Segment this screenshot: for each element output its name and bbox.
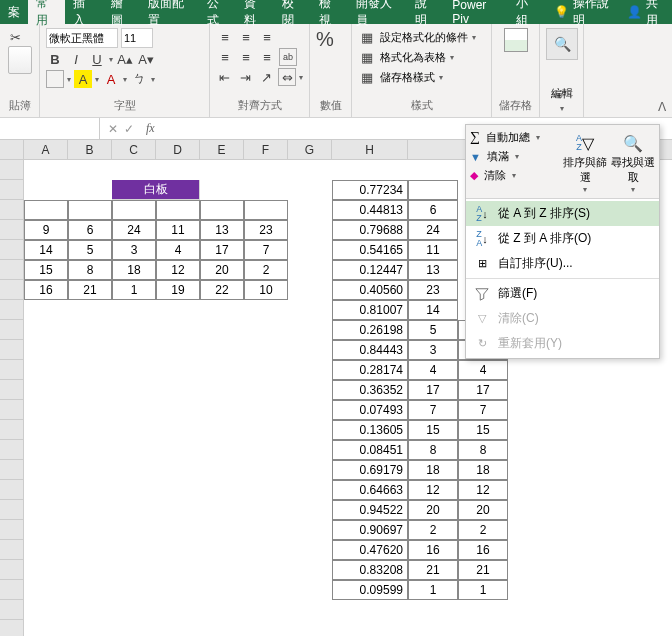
cell[interactable]: 0.64663 — [332, 480, 408, 500]
cancel-icon[interactable]: ✕ — [108, 122, 118, 136]
wrap-text-button[interactable]: ab — [279, 48, 297, 66]
cell[interactable]: 14 — [24, 240, 68, 260]
autosum-button[interactable]: ∑自動加總 ▾ — [470, 129, 559, 145]
cell[interactable]: 11 — [408, 240, 458, 260]
cell[interactable]: 0.47620 — [332, 540, 408, 560]
cell[interactable]: 5 — [68, 240, 112, 260]
cell[interactable] — [156, 200, 200, 220]
cell[interactable]: 5 — [408, 320, 458, 340]
cell[interactable]: 4 — [458, 360, 508, 380]
tab-view[interactable]: 檢視 — [311, 0, 348, 24]
clear-button[interactable]: ◆清除 ▾ — [470, 168, 559, 183]
cell[interactable]: 7 — [408, 400, 458, 420]
cell[interactable]: 20 — [408, 500, 458, 520]
tab-review[interactable]: 校閱 — [274, 0, 311, 24]
tab-home[interactable]: 常用 — [28, 0, 65, 24]
cell[interactable]: 17 — [458, 380, 508, 400]
col-header-D[interactable]: D — [156, 140, 200, 159]
cell[interactable]: 4 — [156, 240, 200, 260]
fill-color-button[interactable]: A — [74, 70, 92, 88]
tab-help[interactable]: 說明 — [407, 0, 444, 24]
cut-icon[interactable]: ✂ — [6, 28, 24, 46]
cell[interactable]: 0.26198 — [332, 320, 408, 340]
cell[interactable]: 18 — [112, 260, 156, 280]
cell[interactable] — [68, 200, 112, 220]
cell[interactable]: 0.77234 — [332, 180, 408, 200]
cell[interactable]: 0.69179 — [332, 460, 408, 480]
cell[interactable]: 0.07493 — [332, 400, 408, 420]
cell[interactable]: 23 — [408, 280, 458, 300]
cell[interactable]: 0.79688 — [332, 220, 408, 240]
menu-sort-az[interactable]: AZ↓從 A 到 Z 排序(S) — [466, 201, 659, 226]
cell[interactable]: 20 — [200, 260, 244, 280]
cell[interactable]: 23 — [244, 220, 288, 240]
col-header-A[interactable]: A — [24, 140, 68, 159]
cell[interactable]: 21 — [68, 280, 112, 300]
cell[interactable]: 21 — [408, 560, 458, 580]
cell[interactable]: 0.12447 — [332, 260, 408, 280]
cell[interactable]: 12 — [458, 480, 508, 500]
merged-header[interactable]: 白板 — [112, 180, 200, 200]
cell[interactable]: 14 — [408, 300, 458, 320]
find-select-button[interactable]: 🔍 尋找與選取▾ — [611, 129, 655, 194]
cell[interactable]: 3 — [408, 340, 458, 360]
format-as-table-button[interactable]: ▦格式化為表格 ▾ — [358, 48, 485, 66]
cell[interactable]: 1 — [408, 580, 458, 600]
align-right-icon[interactable]: ≡ — [258, 48, 276, 66]
col-header-G[interactable]: G — [288, 140, 332, 159]
cell[interactable]: 3 — [112, 240, 156, 260]
cell[interactable]: 2 — [458, 520, 508, 540]
phonetic-button[interactable]: ㄅ — [130, 70, 148, 88]
cell[interactable]: 0.40560 — [332, 280, 408, 300]
cell[interactable]: 2 — [244, 260, 288, 280]
col-header-B[interactable]: B — [68, 140, 112, 159]
cell[interactable]: 0.54165 — [332, 240, 408, 260]
col-header-H[interactable]: H — [332, 140, 408, 159]
cell[interactable]: 10 — [244, 280, 288, 300]
percent-icon[interactable]: % — [316, 28, 345, 51]
cell[interactable]: 9 — [24, 220, 68, 240]
col-header-E[interactable]: E — [200, 140, 244, 159]
tab-insert[interactable]: 插入 — [65, 0, 102, 24]
font-name-select[interactable] — [46, 28, 118, 48]
cell[interactable]: 16 — [408, 540, 458, 560]
cell[interactable] — [24, 200, 68, 220]
sort-filter-button[interactable]: AZ▽ 排序與篩選▾ — [563, 129, 607, 194]
cell[interactable]: 1 — [112, 280, 156, 300]
cell-styles-button[interactable]: ▦儲存格樣式 ▾ — [358, 68, 485, 86]
cell[interactable] — [200, 200, 244, 220]
cell[interactable]: 15 — [408, 420, 458, 440]
cell[interactable]: 18 — [458, 460, 508, 480]
border-button[interactable] — [46, 70, 64, 88]
cell[interactable]: 0.09599 — [332, 580, 408, 600]
cell[interactable]: 0.13605 — [332, 420, 408, 440]
cell[interactable]: 6 — [408, 200, 458, 220]
cell[interactable]: 0.36352 — [332, 380, 408, 400]
paste-button[interactable] — [8, 46, 32, 74]
cell[interactable]: 12 — [156, 260, 200, 280]
fill-button[interactable]: ▼填滿 ▾ — [470, 149, 559, 164]
cell[interactable]: 17 — [408, 380, 458, 400]
decrease-indent-icon[interactable]: ⇤ — [216, 68, 234, 86]
merge-button[interactable]: ⇔ — [278, 68, 296, 86]
cell[interactable]: 12 — [408, 480, 458, 500]
align-middle-icon[interactable]: ≡ — [237, 28, 255, 46]
cell[interactable]: 22 — [200, 280, 244, 300]
bold-button[interactable]: B — [46, 50, 64, 68]
cell[interactable]: 0.08451 — [332, 440, 408, 460]
align-center-icon[interactable]: ≡ — [237, 48, 255, 66]
share-button[interactable]: 👤共用 — [619, 0, 672, 24]
cell[interactable]: 24 — [408, 220, 458, 240]
tell-me-search[interactable]: 💡操作說明 — [546, 0, 619, 24]
enter-icon[interactable]: ✓ — [124, 122, 134, 136]
cell[interactable]: 13 — [200, 220, 244, 240]
cell[interactable]: 2 — [408, 520, 458, 540]
cell[interactable]: 15 — [458, 420, 508, 440]
cell[interactable]: 13 — [408, 260, 458, 280]
cell[interactable]: 20 — [458, 500, 508, 520]
cell[interactable]: 11 — [156, 220, 200, 240]
cell[interactable]: 0.44813 — [332, 200, 408, 220]
cell[interactable]: 16 — [24, 280, 68, 300]
decrease-font-button[interactable]: A▾ — [137, 50, 155, 68]
cell[interactable]: 1 — [458, 580, 508, 600]
